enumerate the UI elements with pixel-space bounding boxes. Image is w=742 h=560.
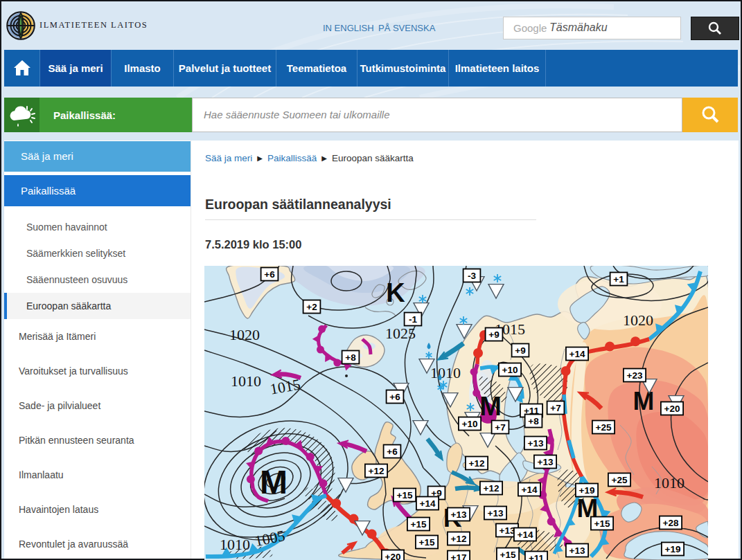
svg-text:1010: 1010: [430, 364, 461, 381]
svg-text:+10: +10: [462, 419, 478, 429]
svg-text:+14: +14: [522, 485, 538, 495]
svg-text:1010: 1010: [231, 372, 261, 390]
svg-text:+6: +6: [387, 446, 398, 457]
svg-text:K: K: [386, 278, 405, 307]
svg-text:-3: -3: [468, 271, 476, 281]
svg-text:+12: +12: [484, 483, 500, 494]
svg-text:+20: +20: [385, 552, 401, 560]
svg-text:+15: +15: [397, 490, 413, 500]
svg-text:1010: 1010: [220, 536, 250, 553]
svg-text:+19: +19: [665, 544, 681, 554]
svg-text:+15: +15: [500, 550, 516, 560]
svg-text:+1: +1: [613, 274, 624, 284]
svg-text:+12: +12: [469, 458, 485, 469]
svg-text:+6: +6: [264, 269, 275, 280]
svg-text:1020: 1020: [623, 311, 653, 329]
svg-text:1010: 1010: [654, 474, 684, 491]
svg-text:+14: +14: [518, 530, 533, 540]
svg-text:+13: +13: [538, 457, 554, 467]
svg-text:+20: +20: [664, 404, 680, 414]
svg-text:+7: +7: [495, 422, 505, 433]
svg-text:+6: +6: [389, 392, 400, 402]
svg-text:+14: +14: [420, 498, 436, 509]
svg-text:+9: +9: [488, 329, 499, 340]
svg-text:+11: +11: [529, 553, 545, 560]
svg-text:+8: +8: [345, 352, 356, 363]
svg-text:M: M: [260, 464, 288, 500]
svg-text:-1: -1: [409, 314, 417, 325]
svg-text:+14: +14: [569, 349, 585, 359]
svg-text:+15: +15: [411, 519, 427, 530]
svg-text:+12: +12: [369, 466, 385, 476]
svg-text:+8: +8: [528, 416, 539, 426]
svg-text:+13: +13: [451, 509, 467, 520]
svg-text:M: M: [633, 387, 655, 415]
svg-text:M: M: [479, 392, 502, 421]
svg-text:+13: +13: [500, 525, 515, 536]
svg-text:+15: +15: [419, 537, 435, 548]
svg-text:+10: +10: [502, 365, 518, 375]
svg-text:+25: +25: [612, 475, 628, 485]
svg-text:1020: 1020: [229, 326, 260, 343]
svg-text:+12: +12: [451, 534, 467, 544]
svg-text:+19: +19: [579, 485, 595, 496]
svg-text:+7: +7: [550, 403, 560, 413]
svg-text:+2: +2: [306, 302, 317, 312]
svg-text:1025: 1025: [385, 325, 416, 342]
svg-text:+13: +13: [528, 438, 544, 449]
svg-text:+13: +13: [488, 508, 504, 518]
svg-text:+15: +15: [594, 518, 610, 529]
svg-text:+25: +25: [596, 422, 612, 433]
svg-text:+17: +17: [451, 552, 467, 560]
svg-text:+13: +13: [569, 545, 585, 556]
svg-text:+28: +28: [663, 518, 679, 528]
svg-text:+9: +9: [515, 345, 525, 356]
svg-text:+23: +23: [627, 370, 643, 381]
